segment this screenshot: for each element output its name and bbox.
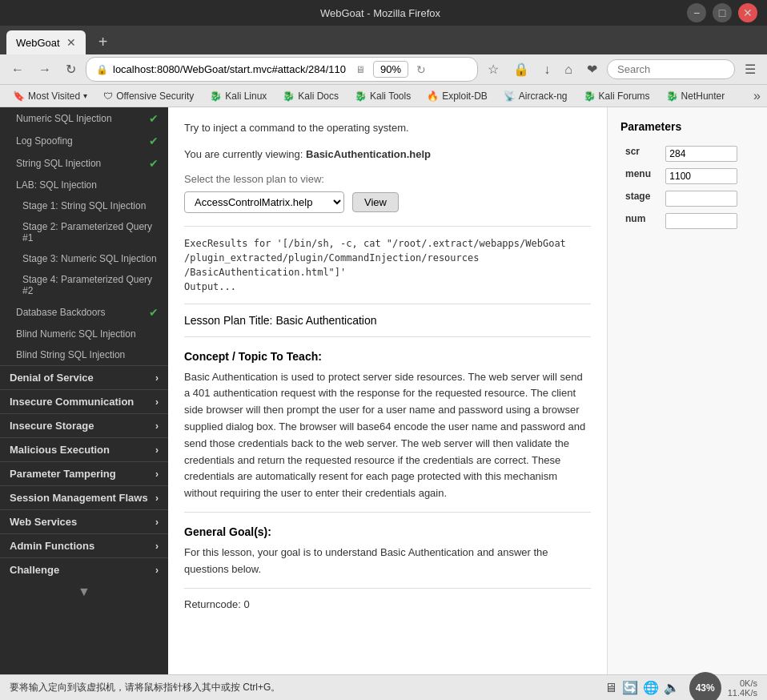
url-field[interactable]: 🔒 localhost:8080/WebGoat/start.mvc#attac…	[86, 57, 478, 82]
sidebar-item-stage1[interactable]: Stage 1: String SQL Injection	[0, 195, 168, 216]
wallet-button[interactable]: 🔒	[508, 58, 534, 80]
exec-line-2: /plugin_extracted/plugin/CommandInjectio…	[184, 251, 591, 265]
lesson-plan-selector-row: AccessControlMatrix.help BasicAuthentica…	[184, 191, 591, 213]
sidebar-category-challenge[interactable]: Challenge ›	[0, 557, 168, 581]
param-scr-label: scr	[620, 143, 661, 165]
search-field-container[interactable]	[607, 59, 735, 79]
divider-4	[184, 512, 591, 513]
monitor-icon: 🖥	[604, 681, 617, 695]
bookmark-kali-tools[interactable]: 🐉 Kali Tools	[348, 89, 417, 103]
sidebar-item-stage4[interactable]: Stage 4: Parameterized Query #2	[0, 269, 168, 301]
tab-close-button[interactable]: ✕	[66, 36, 76, 49]
param-row-num: num	[620, 210, 754, 232]
search-input[interactable]	[617, 63, 725, 75]
lesson-plan-title: Lesson Plan Title: Basic Authentication	[184, 314, 591, 327]
bookmark-label-7: Kali Forums	[599, 91, 650, 102]
param-num-input[interactable]	[665, 213, 737, 229]
sidebar-category-insecure-storage[interactable]: Insecure Storage ›	[0, 413, 168, 437]
bookmark-most-visited[interactable]: 🔖 Most Visited ▾	[6, 89, 94, 103]
new-tab-button[interactable]: +	[92, 30, 114, 54]
refresh-icon[interactable]: ↻	[416, 63, 426, 76]
sidebar-category-malicious-execution[interactable]: Malicious Execution ›	[0, 437, 168, 461]
status-right: 🖥 🔄 🌐 🔈 43% 0K/s 11.4K/s	[604, 672, 757, 701]
sidebar-category-insecure-communication[interactable]: Insecure Communication ›	[0, 389, 168, 413]
pocket-button[interactable]: ❤	[582, 58, 602, 80]
param-menu-label: menu	[620, 165, 661, 187]
sidebar-item-log-spoofing[interactable]: Log Spoofing ✔	[0, 130, 168, 152]
param-scr-input[interactable]	[665, 146, 737, 162]
sidebar-item-label: Stage 4: Parameterized Query #2	[22, 274, 159, 296]
more-bookmarks-button[interactable]: »	[753, 89, 761, 103]
star-button[interactable]: ☆	[483, 58, 504, 80]
category-label: Parameter Tampering	[10, 468, 116, 480]
returncode: Returncode: 0	[184, 598, 591, 610]
sidebar-item-string-sql-injection[interactable]: String SQL Injection ✔	[0, 152, 168, 175]
network-icon: 🌐	[643, 680, 659, 695]
sidebar-item-database-backdoors[interactable]: Database Backdoors ✔	[0, 301, 168, 324]
param-row-stage: stage	[620, 187, 754, 210]
network-percent-badge: 43%	[689, 672, 721, 701]
reload-button[interactable]: ↻	[61, 58, 81, 80]
window-title: WebGoat - Mozilla Firefox	[74, 7, 687, 19]
param-menu-input[interactable]	[665, 168, 737, 184]
minimize-button[interactable]: −	[687, 3, 706, 22]
maximize-button[interactable]: □	[713, 3, 732, 22]
bookmark-aircrack[interactable]: 📡 Aircrack-ng	[497, 89, 574, 103]
network-percent: 43%	[696, 682, 715, 694]
bookmark-icon-1: 🛡	[103, 91, 113, 102]
refresh-icon: 🔄	[622, 680, 638, 695]
bookmark-offensive-security[interactable]: 🛡 Offensive Security	[97, 89, 200, 103]
sidebar-item-label: Blind Numeric SQL Injection	[16, 328, 136, 340]
category-label: Session Management Flaws	[10, 492, 148, 504]
bookmark-kali-forums[interactable]: 🐉 Kali Forums	[577, 89, 657, 103]
sidebar-item-label: Stage 3: Numeric SQL Injection	[22, 253, 157, 264]
close-button[interactable]: ✕	[738, 3, 757, 22]
divider-1	[184, 226, 591, 227]
bookmark-icon-3: 🐉	[283, 91, 295, 102]
sidebar-item-blind-string-sql[interactable]: Blind String SQL Injection	[0, 344, 168, 365]
download-button[interactable]: ↓	[539, 59, 555, 80]
check-icon: ✔	[149, 157, 159, 170]
param-stage-input[interactable]	[665, 191, 737, 207]
view-button[interactable]: View	[352, 192, 399, 212]
sidebar-item-label: Log Spoofing	[16, 135, 73, 147]
category-label: Denial of Service	[10, 372, 94, 384]
sidebar-item-stage2[interactable]: Stage 2: Parameterized Query #1	[0, 216, 168, 248]
scroll-down-button[interactable]: ▼	[0, 581, 168, 602]
check-icon: ✔	[149, 135, 159, 147]
chevron-right-icon: ›	[155, 445, 159, 456]
chevron-icon-0: ▾	[83, 91, 87, 100]
bookmark-icon-8: 🐉	[666, 91, 678, 102]
content-pane: Try to inject a command to the operating…	[168, 107, 607, 674]
sidebar-item-numeric-sql-injection[interactable]: Numeric SQL Injection ✔	[0, 107, 168, 130]
sidebar-category-denial-of-service[interactable]: Denial of Service ›	[0, 365, 168, 389]
chevron-right-icon: ›	[155, 420, 159, 432]
sidebar-category-parameter-tampering[interactable]: Parameter Tampering ›	[0, 461, 168, 485]
sidebar-item-lab-sql-injection[interactable]: LAB: SQL Injection	[0, 175, 168, 195]
bookmark-kali-linux[interactable]: 🐉 Kali Linux	[203, 89, 273, 103]
sidebar-item-blind-numeric-sql[interactable]: Blind Numeric SQL Injection	[0, 324, 168, 344]
sidebar-category-session-management[interactable]: Session Management Flaws ›	[0, 485, 168, 509]
sidebar-category-admin-functions[interactable]: Admin Functions ›	[0, 533, 168, 557]
url-text: localhost:8080/WebGoat/start.mvc#attack/…	[113, 63, 346, 75]
home-button[interactable]: ⌂	[560, 59, 577, 80]
sidebar-category-web-services[interactable]: Web Services ›	[0, 509, 168, 533]
screen-icon: 🖥	[355, 64, 365, 75]
sidebar-item-stage3[interactable]: Stage 3: Numeric SQL Injection	[0, 248, 168, 269]
menu-button[interactable]: ☰	[740, 58, 761, 80]
lesson-plan-select[interactable]: AccessControlMatrix.help BasicAuthentica…	[184, 191, 344, 213]
param-stage-label: stage	[620, 187, 661, 210]
forward-button[interactable]: →	[34, 59, 56, 80]
check-icon: ✔	[149, 112, 159, 125]
bookmark-exploit-db[interactable]: 🔥 Exploit-DB	[420, 89, 494, 103]
back-button[interactable]: ←	[6, 59, 29, 80]
sidebar-item-label: Blind String SQL Injection	[16, 349, 125, 360]
category-label: Admin Functions	[10, 540, 94, 552]
bookmark-nethunter[interactable]: 🐉 NetHunter	[660, 89, 732, 103]
category-label: Challenge	[10, 564, 59, 576]
general-goal-heading: General Goal(s):	[184, 525, 591, 538]
tab-webgoat[interactable]: WebGoat ✕	[6, 30, 86, 54]
params-title: Parameters	[620, 120, 754, 133]
chevron-right-icon: ›	[155, 493, 159, 504]
bookmark-kali-docs[interactable]: 🐉 Kali Docs	[276, 89, 345, 103]
